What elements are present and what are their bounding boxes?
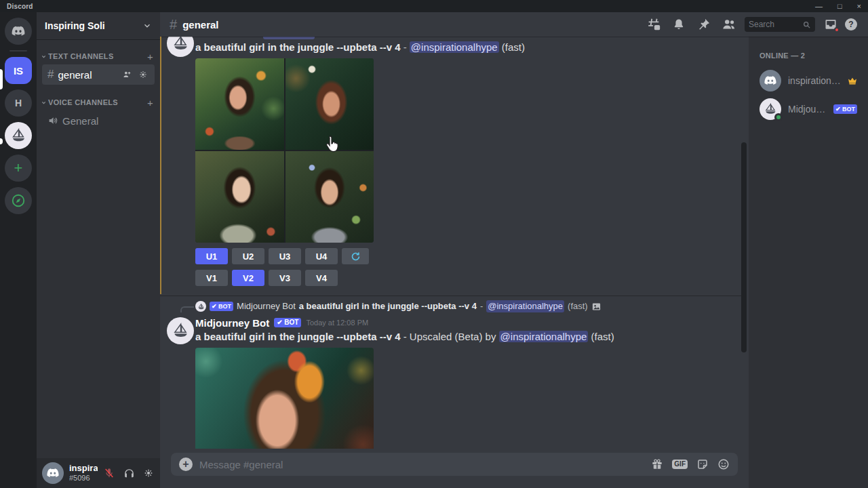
voice-channels-section[interactable]: VOICE CHANNELS +: [37, 95, 160, 110]
midjourney-bot-avatar[interactable]: [167, 37, 194, 57]
chat-scrollbar[interactable]: [741, 142, 747, 352]
member-avatar: [760, 70, 781, 92]
reply-prompt: a beautiful girl in the junggle --upbeta…: [299, 300, 477, 312]
reroll-button[interactable]: [342, 248, 369, 264]
server-h[interactable]: H: [5, 89, 32, 117]
midjourney-grid-image[interactable]: [195, 58, 374, 243]
channel-list: TEXT CHANNELS + # general: [37, 39, 160, 458]
fast-mode-label: (fast): [502, 41, 525, 53]
server-name: Inspiring Soli: [45, 20, 105, 31]
attach-file-button[interactable]: +: [179, 458, 193, 471]
search-input[interactable]: [749, 20, 802, 29]
message-author[interactable]: Midjourney Bot: [195, 317, 269, 329]
member-inspirationalhype[interactable]: inspirationalhype: [754, 66, 863, 95]
message-input[interactable]: [199, 459, 644, 470]
pinned-messages-icon[interactable]: [696, 17, 711, 32]
maximize-button[interactable]: □: [837, 3, 842, 10]
emoji-picker-icon[interactable]: [717, 458, 730, 470]
mic-muted-icon[interactable]: [103, 467, 115, 479]
grid-variant-2: [285, 58, 374, 150]
v4-button[interactable]: V4: [305, 270, 338, 286]
reply-avatar: [195, 301, 206, 312]
sailboat-icon: [10, 127, 26, 144]
member-avatar: [760, 98, 781, 120]
v2-button[interactable]: V2: [232, 270, 264, 286]
voice-channel-name: General: [62, 115, 98, 127]
create-voice-channel-button[interactable]: +: [147, 97, 153, 108]
notifications-bell-icon[interactable]: [671, 17, 686, 32]
hash-icon: #: [47, 68, 54, 81]
section-chevron-icon: [41, 100, 47, 106]
create-invite-icon[interactable]: [121, 68, 133, 81]
headphones-icon[interactable]: [123, 467, 135, 479]
server-owner-crown-icon: [848, 76, 857, 85]
explore-servers-button[interactable]: [5, 187, 32, 214]
hash-icon: #: [170, 17, 177, 33]
home-button[interactable]: [5, 18, 32, 45]
midjourney-bot-avatar[interactable]: [167, 317, 194, 344]
member-list: ONLINE — 2 inspirationalhype: [749, 37, 868, 488]
inbox-unread-badge: [834, 27, 840, 33]
window-title: Discord: [7, 3, 33, 10]
inbox-icon[interactable]: [823, 17, 838, 32]
bot-badge: ✔ BOT: [833, 104, 857, 114]
user-discriminator: #5096: [69, 474, 98, 483]
message-timestamp: Today at 12:08 PM: [306, 319, 368, 327]
u3-button[interactable]: U3: [269, 248, 301, 264]
channel-general[interactable]: # general: [42, 64, 155, 85]
close-button[interactable]: ×: [857, 3, 861, 10]
upscaled-image[interactable]: [195, 348, 374, 449]
discord-logo-icon: [11, 24, 26, 39]
server-rail: IS H +: [0, 12, 37, 488]
chat-column: a beautiful girl in the junggle --upbeta…: [160, 37, 749, 488]
help-icon[interactable]: ?: [844, 17, 859, 32]
content-area: # general: [160, 12, 868, 488]
user-panel: inspiration... #5096: [37, 458, 160, 488]
rail-divider: [9, 50, 27, 52]
bot-badge: ✔ BOT: [210, 302, 233, 311]
bot-badge: ✔ BOT: [274, 318, 301, 327]
search-box[interactable]: [745, 17, 815, 32]
server-inspiring-soli[interactable]: IS: [5, 57, 32, 84]
channel-sidebar: Inspiring Soli TEXT CHANNELS + # general: [37, 12, 160, 488]
create-text-channel-button[interactable]: +: [147, 51, 153, 62]
fast-mode-label: (fast): [591, 331, 614, 342]
minimize-button[interactable]: —: [815, 3, 823, 10]
u4-button[interactable]: U4: [305, 248, 338, 264]
upscale-button-row: U1 U2 U3 U4: [195, 248, 738, 264]
member-list-toggle-icon[interactable]: [722, 17, 736, 32]
member-name: inspirationalhype: [788, 75, 841, 86]
add-server-button[interactable]: +: [5, 155, 32, 182]
gift-icon[interactable]: [651, 458, 663, 470]
v3-button[interactable]: V3: [269, 270, 301, 286]
text-channels-section[interactable]: TEXT CHANNELS +: [37, 49, 160, 64]
member-midjourney-bot[interactable]: Midjourney Bot ✔ BOT: [754, 95, 863, 123]
unread-server-indicator: [0, 138, 3, 144]
voice-channel-general[interactable]: General: [42, 110, 155, 131]
server-midjourney[interactable]: [5, 122, 32, 149]
variation-button-row: V1 V2 V3 V4: [195, 270, 738, 286]
u1-button[interactable]: U1: [195, 248, 228, 264]
message-input-bar: + GIF: [171, 453, 738, 476]
channel-header: # general: [160, 12, 868, 37]
user-mention[interactable]: @inspirationalhype: [486, 300, 564, 312]
message-grid: a beautiful girl in the junggle --upbeta…: [160, 41, 749, 286]
channel-settings-gear-icon[interactable]: [137, 68, 149, 81]
user-avatar[interactable]: [42, 462, 64, 484]
v1-button[interactable]: V1: [195, 270, 228, 286]
username: inspiration...: [69, 464, 98, 474]
grid-variant-3: [195, 151, 284, 243]
server-header[interactable]: Inspiring Soli: [37, 12, 160, 39]
grid-variant-4: [285, 151, 374, 243]
threads-icon[interactable]: [646, 17, 661, 32]
user-mention[interactable]: @inspirationalhype: [499, 331, 589, 342]
channel-name: general: [58, 69, 92, 81]
user-mention[interactable]: @inspirationalhype: [410, 41, 499, 53]
fast-mode-label: (fast): [568, 300, 588, 312]
user-settings-gear-icon[interactable]: [142, 467, 155, 479]
u2-button[interactable]: U2: [232, 248, 264, 264]
reply-reference[interactable]: ✔ BOT Midjourney Bot a beautiful girl in…: [160, 300, 749, 312]
gif-picker-button[interactable]: GIF: [672, 460, 688, 469]
message-upscale: Midjourney Bot ✔ BOT Today at 12:08 PM a…: [160, 315, 749, 449]
sticker-icon[interactable]: [696, 458, 709, 470]
